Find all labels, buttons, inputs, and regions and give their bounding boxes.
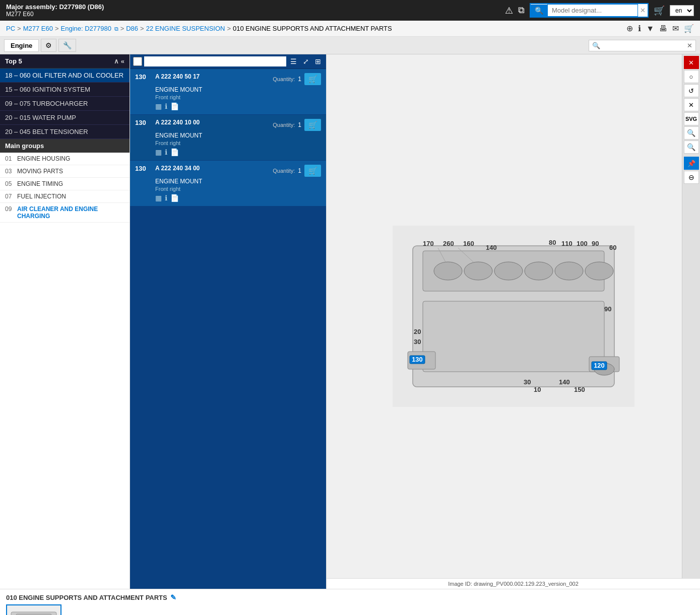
parts-search-input[interactable] — [144, 56, 286, 66]
svg-text:130: 130 — [412, 356, 423, 363]
svg-point-6 — [555, 262, 583, 280]
rt-zoom-out-button[interactable]: 🔍 — [684, 141, 699, 154]
bottom-label: 010 ENGINE SUPPORTS AND ATTACHMENT PARTS… — [6, 593, 694, 601]
sidebar-main-item-03[interactable]: 03 MOVING PARTS — [0, 165, 130, 178]
part-1-cart-button[interactable]: 🛒 — [304, 119, 321, 131]
tab-search-box: 🔍 ✕ — [589, 40, 696, 51]
tab-search-input[interactable] — [603, 40, 684, 50]
sidebar-top5-item-1[interactable]: 15 – 060 IGNITION SYSTEM — [0, 83, 130, 97]
rt-circle-button[interactable]: ○ — [684, 70, 699, 83]
part-2-table-icon[interactable]: ▦ — [155, 194, 162, 202]
part-0-doc-icon[interactable]: 📄 — [170, 102, 179, 110]
sidebar-top5-item-0[interactable]: 18 – 060 OIL FILTER AND OIL COOLER — [0, 69, 130, 83]
rt-pin-button[interactable]: 📌 — [684, 157, 699, 170]
top5-header-icons: ∧ « — [114, 57, 124, 65]
breadcrumb-d86[interactable]: D86 — [126, 25, 138, 32]
engine-copy-icon[interactable]: ⧉ — [114, 26, 118, 32]
thumbnail-wrap[interactable] — [6, 604, 61, 615]
tab-engine[interactable]: Engine — [4, 39, 39, 52]
rt-close-button[interactable]: ✕ — [684, 56, 699, 69]
breadcrumb-pc[interactable]: PC — [6, 25, 15, 32]
part-1-info-icon[interactable]: ℹ — [165, 148, 167, 156]
part-0-table-icon[interactable]: ▦ — [155, 102, 162, 110]
parts-select-all[interactable] — [133, 57, 142, 66]
header-search-input[interactable] — [547, 4, 638, 17]
right-toolbar: ✕ ○ ↺ ✕ SVG 🔍 🔍 📌 ⊖ — [682, 54, 700, 578]
image-id-bar: Image ID: drawing_PV000.002.129.223_vers… — [327, 578, 700, 589]
sidebar-top5-item-4[interactable]: 20 – 045 BELT TENSIONER — [0, 125, 130, 139]
breadcrumb-engine[interactable]: Engine: D277980 ⧉ — [61, 25, 118, 32]
header-search-clear[interactable]: ✕ — [638, 6, 648, 15]
breadcrumb-m277[interactable]: M277 E60 — [23, 25, 53, 32]
sidebar-main-item-01[interactable]: 01 ENGINE HOUSING — [0, 153, 130, 165]
parts-fullscreen-icon[interactable]: ⊞ — [313, 56, 323, 66]
parts-list-icon[interactable]: ☰ — [288, 56, 299, 66]
part-0-cart-button[interactable]: 🛒 — [304, 73, 321, 85]
print-icon[interactable]: 🖶 — [659, 24, 667, 33]
zoom-in-icon[interactable]: ⊕ — [626, 24, 633, 33]
diagram-area: 120 130 170 260 160 140 110 100 90 80 60… — [327, 54, 700, 578]
sidebar-main-item-09[interactable]: 09 AIR CLEANER AND ENGINE CHARGING — [0, 203, 130, 223]
sidebar-main-item-05[interactable]: 05 ENGINE TIMING — [0, 178, 130, 190]
sidebar-main-item-07[interactable]: 07 FUEL INJECTION — [0, 190, 130, 203]
parts-toolbar: ☰ ⤢ ⊞ — [130, 54, 326, 69]
svg-text:30: 30 — [524, 378, 531, 386]
part-0-info-icon[interactable]: ℹ — [165, 102, 167, 110]
svg-rect-8 — [423, 301, 604, 372]
breadcrumb-22[interactable]: 22 ENGINE SUSPENSION — [146, 25, 225, 32]
model-subtitle: M277 E60 — [6, 11, 104, 18]
rt-zoom-in-button[interactable]: 🔍 — [684, 126, 699, 140]
part-1-table-icon[interactable]: ▦ — [155, 148, 162, 156]
cart-icon[interactable]: 🛒 — [654, 5, 665, 16]
copy-icon[interactable]: ⧉ — [518, 5, 525, 16]
top5-collapse-icon[interactable]: ∧ — [114, 57, 119, 65]
top5-header: Top 5 ∧ « — [0, 54, 130, 69]
part-1-doc-icon[interactable]: 📄 — [170, 148, 179, 156]
svg-text:80: 80 — [549, 239, 556, 246]
tab-search-icon: 🔍 — [589, 40, 603, 51]
engine-diagram-svg: 120 130 170 260 160 140 110 100 90 80 60… — [393, 226, 634, 407]
tab-icon-settings[interactable]: ⚙ — [41, 39, 56, 52]
header-right: ⚠ ⧉ 🔍 ✕ 🛒 en de fr — [505, 3, 694, 18]
parts-expand-icon[interactable]: ⤢ — [301, 56, 311, 66]
part-item-0: 130 A 222 240 50 17 Quantity: 1 🛒 ENGINE… — [130, 69, 326, 115]
part-2-doc-icon[interactable]: 📄 — [170, 194, 179, 202]
bottom-edit-icon[interactable]: ✎ — [170, 593, 176, 601]
svg-text:60: 60 — [609, 244, 616, 251]
svg-point-2 — [434, 262, 462, 280]
svg-text:160: 160 — [463, 240, 474, 247]
svg-text:10: 10 — [534, 386, 541, 393]
header: Major assembly: D277980 (D86) M277 E60 ⚠… — [0, 0, 700, 21]
parts-panel: ☰ ⤢ ⊞ 130 A 222 240 50 17 Quantity: 1 🛒 … — [130, 54, 327, 589]
warning-icon[interactable]: ⚠ — [505, 5, 513, 16]
top5-title: Top 5 — [5, 57, 22, 65]
basket-icon[interactable]: 🛒 — [684, 24, 694, 33]
svg-point-3 — [464, 262, 492, 280]
sidebar-top5-item-2[interactable]: 09 – 075 TURBOCHARGER — [0, 97, 130, 111]
language-selector[interactable]: en de fr — [670, 5, 694, 16]
header-search-wrap: 🔍 ✕ — [530, 3, 649, 18]
top5-close-icon[interactable]: « — [121, 57, 124, 65]
svg-text:90: 90 — [592, 240, 599, 247]
svg-point-7 — [585, 262, 613, 280]
tab-icon-wrench[interactable]: 🔧 — [58, 39, 76, 52]
part-item-1: 130 A 222 240 10 00 Quantity: 1 🛒 ENGINE… — [130, 115, 326, 161]
header-search-button[interactable]: 🔍 — [531, 5, 547, 17]
tab-bar: Engine ⚙ 🔧 🔍 ✕ — [0, 37, 700, 54]
sidebar-top5-item-3[interactable]: 20 – 015 WATER PUMP — [0, 111, 130, 125]
email-icon[interactable]: ✉ — [672, 24, 679, 33]
rt-zoom-out2-button[interactable]: ⊖ — [684, 171, 699, 184]
rt-history-button[interactable]: ↺ — [684, 84, 699, 97]
tab-search-clear[interactable]: ✕ — [684, 40, 695, 51]
thumbnail-svg — [9, 607, 59, 615]
info-icon[interactable]: ℹ — [638, 24, 641, 33]
part-2-info-icon[interactable]: ℹ — [165, 194, 167, 202]
parts-toolbar-icons: ☰ ⤢ ⊞ — [288, 56, 323, 66]
main-content: Top 5 ∧ « 18 – 060 OIL FILTER AND OIL CO… — [0, 54, 700, 589]
svg-text:30: 30 — [414, 338, 421, 346]
rt-cross-button[interactable]: ✕ — [684, 98, 699, 111]
rt-svg-button[interactable]: SVG — [684, 112, 699, 125]
svg-text:260: 260 — [443, 240, 454, 247]
filter-icon[interactable]: ▼ — [646, 24, 654, 33]
part-2-cart-button[interactable]: 🛒 — [304, 165, 321, 177]
